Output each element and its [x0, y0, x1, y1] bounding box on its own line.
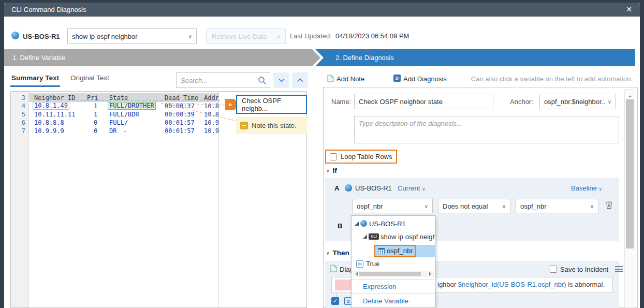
- tree-expanded-icon[interactable]: [355, 222, 359, 226]
- device-icon: [345, 184, 352, 192]
- if-label: If: [333, 167, 337, 174]
- add-note-icon: [327, 75, 334, 82]
- search-input[interactable]: [176, 72, 270, 88]
- add-diagnosis-button[interactable]: Add Diagnosis: [403, 75, 447, 83]
- condition-a-right-variable-select[interactable]: ospf_nbr∨: [516, 199, 598, 213]
- last-updated-label: Last Updated:: [290, 32, 332, 40]
- diagnosis-message-text: ighbor $neighbor_id(US-BOS-R1.ospf_nbr) …: [437, 281, 605, 288]
- save-to-incident-checkbox[interactable]: [550, 266, 557, 273]
- chevron-down-icon: ∨: [425, 203, 428, 209]
- note-annotation-label: Note this state.: [252, 122, 297, 129]
- scrollbar-thumb[interactable]: [359, 272, 421, 276]
- scrollbar-thumb[interactable]: [626, 99, 634, 248]
- add-diagnosis-icon: D: [393, 75, 401, 82]
- note-annotation[interactable]: Note this state.: [236, 117, 307, 134]
- left-mode-value: Current: [398, 184, 420, 192]
- if-section-header[interactable]: ∨If: [326, 167, 337, 174]
- right-variable-value: ospf_nbr: [520, 202, 547, 210]
- chevron-down-icon: ∨: [502, 203, 506, 209]
- last-updated-value: 04/18/2023 06:54:09 PM: [335, 32, 409, 40]
- expression-icon: (x): [356, 260, 363, 268]
- tree-item-table-variable[interactable]: ospf_nbr: [387, 247, 413, 255]
- find-previous-button[interactable]: [292, 72, 308, 88]
- anchor-select[interactable]: ospf_nbr.$neighbor... ∨: [539, 94, 616, 109]
- device-name: US-BOS-R1: [23, 33, 60, 40]
- step-2-label: 2. Define Diagnosis: [335, 54, 394, 62]
- delete-condition-icon[interactable]: [605, 200, 613, 209]
- message-suffix: is abnormal.: [566, 281, 605, 288]
- diagnosis-note-icon: [330, 265, 337, 272]
- save-to-incident-label: Save to Incident: [560, 266, 608, 273]
- condition-b-label: B: [338, 222, 342, 230]
- condition-a-right-mode-dropdown[interactable]: Baseline ∨: [571, 184, 602, 192]
- diagnosis-annotation-label: Check OSPF neighb...: [242, 97, 301, 112]
- chevron-down-icon: ∨: [599, 186, 603, 192]
- summary-text-panel: 3 4 5 6 7 Neighbor ID Pri State Dead Tim…: [10, 91, 307, 308]
- note-icon: [240, 122, 248, 129]
- right-panel-scrollbar[interactable]: [624, 89, 635, 308]
- retrieve-live-data-label: Retrieve Live Data: [212, 33, 267, 40]
- chevron-down-icon: ∨: [188, 34, 192, 39]
- scrollbar-up-arrow[interactable]: [628, 93, 632, 97]
- step-1-define-variable[interactable]: 1. Define Variable: [4, 49, 320, 66]
- message-prefix: ighbor: [437, 281, 458, 288]
- tree-expanded-icon[interactable]: [363, 234, 367, 239]
- device-icon: [11, 32, 19, 39]
- then-section-header[interactable]: ∨Then: [326, 249, 349, 257]
- anchor-select-value: ospf_nbr.$neighbor...: [544, 98, 605, 106]
- expression-menu-item[interactable]: Expression: [352, 279, 435, 294]
- tab-summary-text[interactable]: Summary Text: [11, 74, 59, 82]
- left-variable-value: ospf_nbr: [357, 202, 383, 210]
- close-icon[interactable]: ✕: [624, 5, 634, 14]
- add-note-button[interactable]: Add Note: [336, 75, 364, 83]
- define-variable-menu-item[interactable]: Define Variable: [352, 294, 435, 308]
- chevron-down-icon: ∨: [590, 203, 594, 209]
- chevron-down-icon: ∨: [276, 34, 280, 39]
- diagnosis-description-textarea[interactable]: [354, 116, 619, 143]
- scroll-right-arrow[interactable]: [429, 272, 433, 276]
- tab-original-text[interactable]: Original Text: [70, 74, 109, 82]
- chevron-down-icon: ∨: [326, 251, 330, 256]
- tree-item-command[interactable]: show ip ospf neighbor: [380, 233, 435, 241]
- anchor-label: Anchor:: [510, 98, 533, 106]
- status-checkbox-checked[interactable]: ✓: [331, 297, 339, 305]
- automation-hint: Can also click a variable on the left to…: [471, 75, 633, 83]
- tree-connector-line: [340, 301, 344, 301]
- loop-table-rows-checkbox[interactable]: [330, 153, 337, 160]
- menu-icon[interactable]: [615, 266, 623, 272]
- table-icon: [378, 248, 385, 254]
- condition-a-label: A: [334, 184, 339, 192]
- condition-a-left-mode-dropdown[interactable]: Current ∨: [398, 184, 426, 192]
- expression-label: Expression: [363, 283, 396, 290]
- device-icon: [360, 220, 367, 227]
- condition-a-operator-select[interactable]: Does not equal∨: [438, 199, 510, 213]
- cli-command-diagnosis-dialog: CLI Command Diagnosis ✕ US-BOS-R1 show i…: [4, 3, 640, 308]
- dialog-title: CLI Command Diagnosis: [11, 6, 86, 13]
- search-icon[interactable]: [258, 76, 267, 85]
- retrieve-options-button[interactable]: ∨: [272, 28, 286, 44]
- diagnosis-name-input[interactable]: [354, 94, 493, 109]
- tree-item-true[interactable]: True: [366, 260, 379, 268]
- active-tab-underline: [10, 85, 60, 87]
- diagnosis-annotation[interactable]: Check OSPF neighb...: [236, 95, 307, 114]
- name-label: Name:: [331, 98, 351, 106]
- find-next-button[interactable]: [273, 72, 289, 88]
- step-2-define-diagnosis[interactable]: 2. Define Diagnosis: [313, 49, 635, 66]
- scroll-left-arrow[interactable]: [354, 272, 358, 276]
- then-label: Then: [333, 249, 349, 257]
- operator-value: Does not equal: [443, 202, 488, 210]
- tree-item-device[interactable]: US-BOS-R1: [369, 220, 406, 228]
- title-bar: CLI Command Diagnosis ✕: [4, 3, 640, 17]
- command-select[interactable]: show ip ospf neighbor ∨: [67, 28, 197, 44]
- retrieve-live-data-button[interactable]: Retrieve Live Data: [206, 28, 272, 44]
- command-select-value: show ip ospf neighbor: [72, 33, 137, 40]
- step-1-label: 1. Define Variable: [12, 54, 65, 62]
- message-variable: $neighbor_id(US-BOS-R1.ospf_nbr): [458, 281, 566, 288]
- tree-horizontal-scrollbar[interactable]: [353, 271, 434, 277]
- loop-table-rows-option-highlighted: Loop Table Rows: [325, 150, 397, 164]
- chevron-down-icon: [279, 78, 285, 82]
- search-box: [176, 72, 270, 88]
- condition-a-device: US-BOS-R1: [355, 184, 392, 192]
- condition-a-left-variable-select[interactable]: ospf_nbr∨: [352, 199, 433, 213]
- chevron-up-icon: [297, 78, 303, 82]
